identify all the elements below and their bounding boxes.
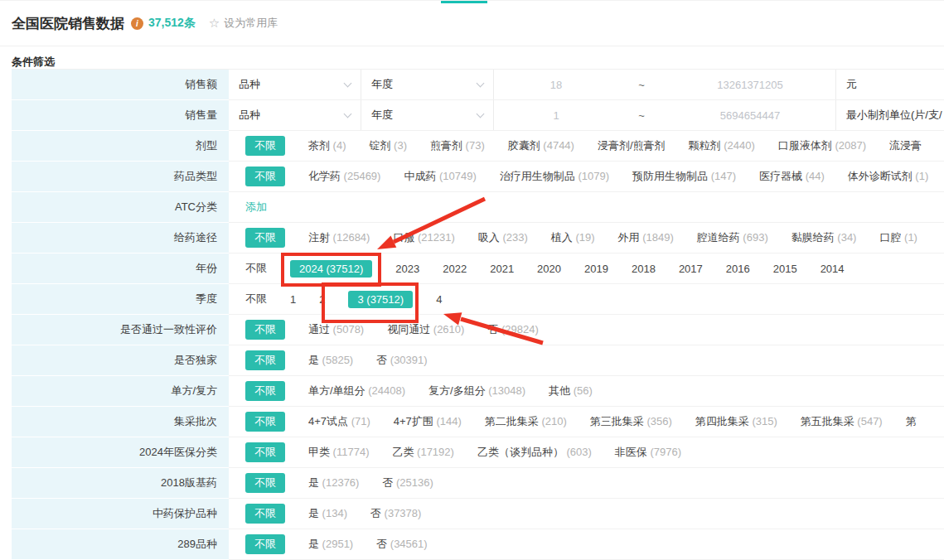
filter-option-selected[interactable]: 3 (37512) (348, 291, 413, 308)
filter-option[interactable]: 医疗器械 (44) (759, 169, 825, 184)
filter-option-selected[interactable]: 不限 (245, 504, 285, 524)
filter-option[interactable]: 复方/多组分 (13048) (428, 384, 525, 398)
filter-option[interactable]: 浸膏剂/煎膏剂 (598, 138, 666, 153)
filter-option[interactable]: 口服 (21231) (393, 230, 454, 245)
filter-option-selected[interactable]: 2024 (37512) (290, 260, 372, 278)
filter-option[interactable]: 是 (12376) (308, 476, 359, 490)
filter-row-atc-class: ATC分类添加 (12, 192, 944, 223)
filter-options-year: 不限2024 (37512)20232022202120202019201820… (229, 253, 944, 284)
filter-option[interactable]: 第四批集采 (315) (695, 414, 777, 429)
filter-option[interactable]: 颗粒剂 (2440) (689, 138, 755, 153)
filter-option-selected[interactable]: 不限 (245, 136, 285, 156)
filter-option[interactable]: 通过 (5078) (308, 322, 364, 337)
option-name: 2 (319, 293, 325, 306)
filter-option[interactable]: 否 (30391) (376, 353, 427, 368)
filter-option[interactable]: 煎膏剂 (73) (430, 138, 485, 153)
range-separator: ~ (618, 79, 665, 91)
filter-option[interactable]: 4 (436, 293, 442, 306)
filter-option[interactable]: 注射 (12684) (308, 230, 370, 245)
filter-option-selected[interactable]: 不限 (245, 442, 285, 462)
dim2-select[interactable]: 年度 (361, 70, 494, 99)
chevron-down-icon (477, 79, 485, 87)
option-count: (1) (913, 170, 929, 182)
filter-option[interactable]: 锭剂 (3) (370, 138, 408, 153)
filter-option[interactable]: 不限 (245, 292, 267, 307)
filter-option-selected[interactable]: 不限 (245, 350, 285, 370)
filter-option[interactable]: 2019 (584, 263, 608, 275)
filter-option[interactable]: 1 (290, 293, 296, 306)
filter-option[interactable]: 不限 (245, 261, 267, 276)
dim1-select[interactable]: 品种 (229, 70, 361, 99)
select-value: 年度 (371, 77, 393, 92)
dim2-select[interactable]: 年度 (361, 100, 494, 130)
filter-option[interactable]: 乙类 (17192) (392, 445, 453, 460)
option-name: 第四批集采 (695, 415, 749, 427)
filter-option[interactable]: 是 (134) (308, 506, 347, 521)
filter-options-exclusive: 不限是 (5825)否 (30391) (229, 345, 944, 376)
set-favorite-button[interactable]: ☆ 设为常用库 (209, 16, 278, 31)
filter-option[interactable]: 2015 (773, 263, 797, 275)
filter-option-selected[interactable]: 不限 (245, 228, 285, 248)
filter-option[interactable]: 乙类（谈判品种） (603) (477, 445, 592, 460)
filter-option[interactable]: 治疗用生物制品 (1079) (500, 169, 609, 184)
filter-option[interactable]: 2 (319, 293, 325, 306)
filter-option[interactable]: 其他 (56) (549, 384, 593, 398)
filter-option[interactable]: 是 (5825) (308, 353, 353, 368)
filter-option[interactable]: 2016 (726, 263, 750, 275)
filter-option-selected[interactable]: 不限 (245, 412, 285, 432)
filter-options-tcm-protected: 不限是 (134)否 (37378) (229, 499, 944, 529)
filter-option[interactable]: 2018 (632, 263, 656, 275)
filter-option[interactable]: 第 (906, 414, 917, 429)
filter-option[interactable]: 体外诊断试剂 (1) (848, 169, 929, 184)
filter-option[interactable]: 中成药 (10749) (404, 169, 476, 184)
filter-option[interactable]: 否 (37378) (370, 506, 421, 521)
filter-option[interactable]: 口腔 (1) (879, 230, 917, 245)
filter-option[interactable]: 化学药 (25469) (308, 169, 380, 184)
filter-option[interactable]: 茶剂 (4) (308, 138, 346, 153)
filter-option[interactable]: 第三批集采 (356) (590, 414, 672, 429)
filter-option[interactable]: 腔道给药 (693) (697, 230, 768, 245)
info-icon[interactable]: i (131, 17, 143, 30)
filter-option[interactable]: 否 (25136) (382, 476, 433, 490)
dim1-select[interactable]: 品种 (229, 100, 361, 130)
range-min-input[interactable]: 18 (494, 79, 618, 91)
filter-option[interactable]: 2021 (490, 263, 514, 275)
filter-option-selected[interactable]: 不限 (245, 320, 285, 340)
filter-option[interactable]: 单方/单组分 (24408) (308, 384, 405, 398)
filter-option[interactable]: 胶囊剂 (4744) (508, 138, 574, 153)
range-max-input[interactable]: 13261371205 (665, 79, 835, 91)
filter-option[interactable]: 第二批集采 (210) (485, 414, 567, 429)
option-name: 2021 (490, 263, 514, 275)
filter-option-selected[interactable]: 不限 (245, 381, 285, 401)
filter-option[interactable]: 是 (2951) (308, 537, 353, 552)
filter-option[interactable]: 吸入 (233) (478, 230, 528, 245)
filter-option[interactable]: 黏膜给药 (34) (792, 230, 857, 245)
filter-option[interactable]: 第五批集采 (547) (801, 414, 883, 429)
filter-option[interactable]: 植入 (19) (551, 230, 595, 245)
filter-option[interactable]: 视同通过 (2610) (387, 322, 464, 337)
filter-option[interactable]: 4+7试点 (71) (308, 414, 370, 429)
filter-option-selected[interactable]: 不限 (245, 167, 285, 186)
option-count: (34) (835, 231, 857, 244)
filter-option[interactable]: 预防用生物制品 (147) (632, 169, 736, 184)
filter-option[interactable]: 非医保 (7976) (615, 445, 681, 460)
filter-option-selected[interactable]: 不限 (245, 534, 285, 554)
filter-option[interactable]: 甲类 (11774) (308, 445, 369, 460)
filter-option[interactable]: 否 (34561) (376, 537, 427, 552)
filter-option[interactable]: 2023 (395, 263, 419, 275)
filter-option[interactable]: 否 (29824) (487, 322, 538, 337)
range-max-input[interactable]: 5694654447 (665, 109, 835, 122)
filter-option[interactable]: 2017 (679, 263, 703, 275)
filter-option[interactable]: 外用 (1849) (618, 230, 674, 245)
filter-option[interactable]: 流浸膏 (889, 138, 922, 153)
filter-option[interactable]: 2020 (537, 263, 561, 275)
filter-option[interactable]: 4+7扩围 (144) (394, 414, 462, 429)
filter-option-selected[interactable]: 不限 (245, 473, 285, 493)
option-count: (693) (740, 231, 768, 244)
filter-option[interactable]: 口服液体剂 (2087) (778, 138, 866, 153)
option-count: (356) (644, 415, 672, 427)
range-min-input[interactable]: 1 (494, 109, 618, 122)
filter-option[interactable]: 2022 (443, 263, 467, 275)
filter-option[interactable]: 2014 (821, 263, 845, 275)
add-button[interactable]: 添加 (245, 200, 267, 215)
